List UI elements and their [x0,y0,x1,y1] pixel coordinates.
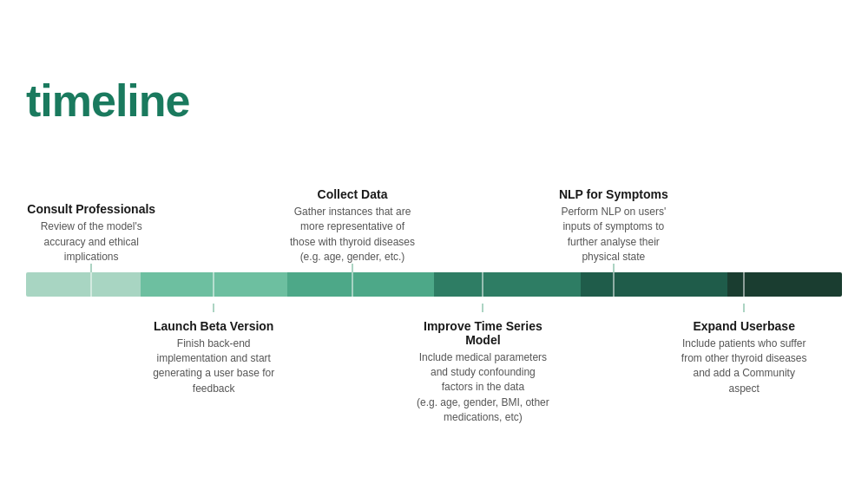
tick-up-launch [214,304,214,312]
bottom-label-desc-improve: Include medical parameters and study con… [413,350,552,426]
top-label-title-consult: Consult Professionals [22,202,161,216]
bottom-label-title-expand: Expand Userbase [674,319,813,333]
page-title: timeline [26,75,842,127]
bar-segment-5 [727,272,842,297]
tick-down-nlp [613,264,614,272]
top-label-collect: Collect DataGather instances that are mo… [283,187,422,265]
bottom-label-title-launch: Launch Beta Version [144,319,283,333]
top-label-desc-nlp: Perform NLP on users' inputs of symptoms… [544,205,683,265]
timeline-bar [26,272,842,297]
bottom-label-improve: Improve Time Series ModelInclude medical… [413,310,552,426]
tick-up-expand [744,304,745,312]
tick-down-collect [352,264,353,272]
timeline-area: Consult ProfessionalsReview of the model… [26,153,842,416]
bottom-label-expand: Expand UserbaseInclude patients who suff… [674,310,813,397]
main-container: timeline Consult ProfessionalsReview of … [26,75,842,416]
top-label-desc-consult: Review of the model's accuracy and ethic… [22,219,161,265]
top-label-title-nlp: NLP for Symptoms [544,187,683,201]
bottom-label-launch: Launch Beta VersionFinish back-end imple… [144,310,283,397]
top-label-nlp: NLP for SymptomsPerform NLP on users' in… [544,187,683,265]
top-label-title-collect: Collect Data [283,187,422,201]
bottom-label-desc-expand: Include patients who suffer from other t… [674,336,813,397]
top-label-consult: Consult ProfessionalsReview of the model… [22,202,161,265]
bar-segment-2 [287,272,434,297]
bar-segment-4 [581,272,727,297]
top-labels: Consult ProfessionalsReview of the model… [26,153,842,265]
tick-down-consult [91,264,92,272]
bottom-label-title-improve: Improve Time Series Model [413,319,552,347]
top-label-desc-collect: Gather instances that are more represent… [283,205,422,265]
tick-up-improve [483,304,483,312]
bar-segment-3 [434,272,581,297]
bar-segment-1 [141,272,287,297]
bar-segment-0 [26,272,141,297]
bottom-labels: Launch Beta VersionFinish back-end imple… [26,304,842,416]
bottom-label-desc-launch: Finish back-end implementation and start… [144,336,283,397]
